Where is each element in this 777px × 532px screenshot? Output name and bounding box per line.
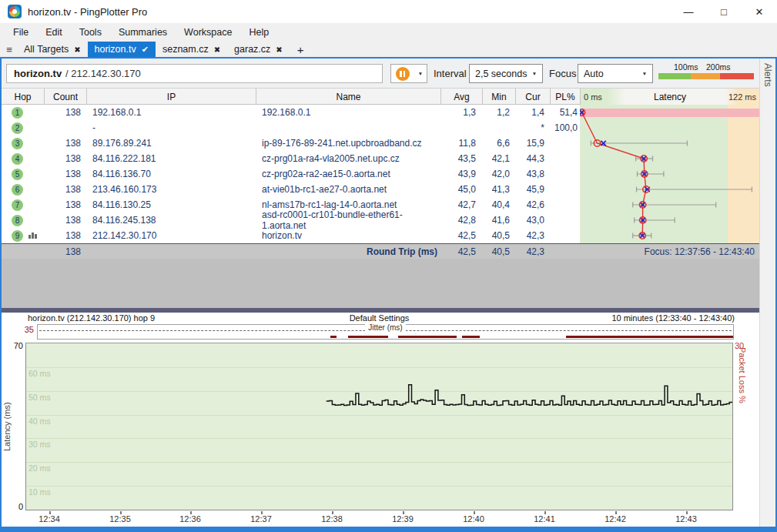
maximize-button[interactable]: □ (706, 0, 742, 23)
col-header-cur[interactable]: Cur (515, 89, 550, 105)
legend-100ms-label: 100ms (674, 62, 698, 72)
col-header-pl[interactable]: PL% (550, 89, 580, 105)
cell-cur: 45,9 (515, 182, 544, 197)
x-tick-label: 12:38 (313, 514, 351, 524)
packet-loss-axis-label: Packet Loss % (736, 347, 749, 515)
cell-avg: 1,3 (440, 105, 476, 120)
timeline-header: horizon.tv (212.142.30.170) hop 9 Defaul… (2, 313, 759, 324)
cell-count: 138 (44, 212, 81, 228)
cell-ip: 89.176.89.241 (92, 136, 250, 151)
pause-menu-button[interactable]: ▼ (414, 64, 427, 83)
focus-range: Focus: 12:37:56 - 12:43:40 (580, 244, 755, 259)
chevron-down-icon: ▼ (642, 71, 647, 76)
timeline-range-label[interactable]: 10 minutes (12:33:40 - 12:43:40) (611, 313, 735, 323)
focus-select[interactable]: Auto ▼ (578, 64, 653, 83)
cell-pl (550, 136, 578, 151)
cell-avg: 42,5 (440, 228, 476, 243)
summary-avg: 42,5 (440, 244, 476, 259)
x-tick-label: 12:42 (596, 514, 635, 524)
target-address-field[interactable]: horizon.tv / 212.142.30.170 (6, 64, 383, 83)
cell-cur: 1,4 (515, 105, 544, 120)
close-button[interactable]: ✕ (742, 0, 777, 23)
chevron-down-icon: ▼ (417, 71, 422, 76)
col-header-ip[interactable]: IP (86, 89, 256, 105)
col-header-latency[interactable]: 0 ms Latency 122 ms (580, 89, 759, 105)
title-bar: horizon.tv - PingPlotter Pro — □ ✕ (0, 0, 777, 23)
latency-scale-title: Latency (654, 92, 686, 102)
chevron-down-icon: ▼ (532, 71, 537, 76)
cell-ip: 212.142.30.170 (92, 228, 250, 243)
col-header-avg[interactable]: Avg (440, 89, 482, 105)
jitter-bar-segment (348, 336, 388, 338)
hop-number-badge: 1 (12, 107, 23, 119)
cell-min (482, 120, 510, 136)
cell-min: 42,1 (482, 151, 510, 166)
col-header-name[interactable]: Name (256, 89, 440, 105)
jitter-bar-segment (462, 336, 480, 338)
workspace-menu-icon[interactable]: ≡ (2, 42, 17, 57)
close-tab-icon[interactable]: ✖ (276, 45, 282, 54)
jitter-strip[interactable]: Jitter (ms) (37, 324, 734, 340)
col-header-min[interactable]: Min (482, 89, 515, 105)
x-tick-label: 12:43 (667, 514, 705, 524)
cell-pl (550, 228, 578, 243)
target-host: horizon.tv (14, 68, 62, 79)
cell-ip: 84.116.222.181 (92, 151, 250, 166)
legend-color-bar (658, 73, 754, 79)
tab-all-targets[interactable]: All Targets✖ (17, 42, 88, 57)
menu-tools[interactable]: Tools (71, 27, 110, 38)
close-tab-icon[interactable]: ✖ (74, 45, 80, 54)
focus-label: Focus (549, 68, 576, 79)
window-title: horizon.tv - PingPlotter Pro (28, 6, 147, 18)
tab-label: All Targets (24, 44, 69, 55)
menu-workspace[interactable]: Workspace (176, 27, 240, 38)
interval-select[interactable]: 2,5 seconds ▼ (469, 64, 543, 83)
jitter-bar-segment (566, 336, 733, 338)
col-header-hop[interactable]: Hop (2, 89, 44, 105)
latency-timeline-plot[interactable]: 60 ms50 ms40 ms30 ms20 ms10 ms (25, 343, 733, 510)
pingplotter-logo-icon (8, 5, 22, 18)
col-header-count[interactable]: Count (44, 89, 86, 105)
latency-graph-column[interactable] (580, 105, 759, 243)
hop-number-badge: 5 (12, 169, 23, 180)
menu-help[interactable]: Help (240, 27, 277, 38)
timeline-chart-icon (28, 233, 37, 239)
menu-file[interactable]: File (5, 27, 37, 38)
cell-count: 138 (44, 182, 81, 197)
summary-count: 138 (44, 244, 81, 259)
cell-cur: 43,0 (515, 212, 544, 228)
jitter-bar-segment (398, 336, 457, 338)
minimize-button[interactable]: — (671, 0, 706, 23)
cell-name (262, 120, 437, 136)
cell-ip: 84.116.136.70 (92, 166, 250, 182)
latency-line-chart (26, 343, 732, 510)
cell-avg (440, 120, 476, 136)
cell-avg: 42,7 (440, 197, 476, 212)
alerts-tab[interactable]: Alerts (762, 63, 773, 87)
tab-seznam-cz[interactable]: seznam.cz✖ (156, 42, 227, 57)
latency-axis-label: Latency (ms) (2, 343, 12, 510)
menu-edit[interactable]: Edit (37, 27, 71, 38)
tab-garaz-cz[interactable]: garaz.cz✖ (227, 42, 290, 57)
alerts-sidebar: Alerts (759, 59, 775, 527)
x-tick-label: 12:37 (242, 514, 280, 524)
cell-avg: 11,8 (440, 136, 476, 151)
cell-pl (550, 166, 578, 182)
close-tab-icon[interactable]: ✖ (214, 45, 220, 54)
cell-min: 6,6 (482, 136, 510, 151)
add-target-tab-button[interactable]: + (290, 42, 312, 57)
cell-cur: * (515, 120, 544, 136)
jitter-loss-bars (38, 336, 733, 338)
pause-button[interactable] (390, 64, 414, 83)
tab-horizon-tv[interactable]: horizon.tv✔ (88, 42, 156, 57)
cell-pl (550, 212, 578, 228)
summary-row[interactable]: 138 Round Trip (ms) 42,5 40,5 42,3 Focus… (2, 243, 759, 259)
jitter-axis-max: 35 (11, 325, 34, 334)
hop-number-badge: 7 (12, 199, 23, 211)
cell-cur: 43,8 (515, 166, 544, 182)
menu-summaries[interactable]: Summaries (110, 27, 176, 38)
time-axis: 12:3412:3512:3612:3712:3812:3912:4012:41… (25, 511, 733, 527)
cell-min: 41,3 (482, 182, 510, 197)
latency-scale-max: 122 ms (728, 92, 756, 102)
hop-number-badge: 4 (12, 153, 23, 165)
